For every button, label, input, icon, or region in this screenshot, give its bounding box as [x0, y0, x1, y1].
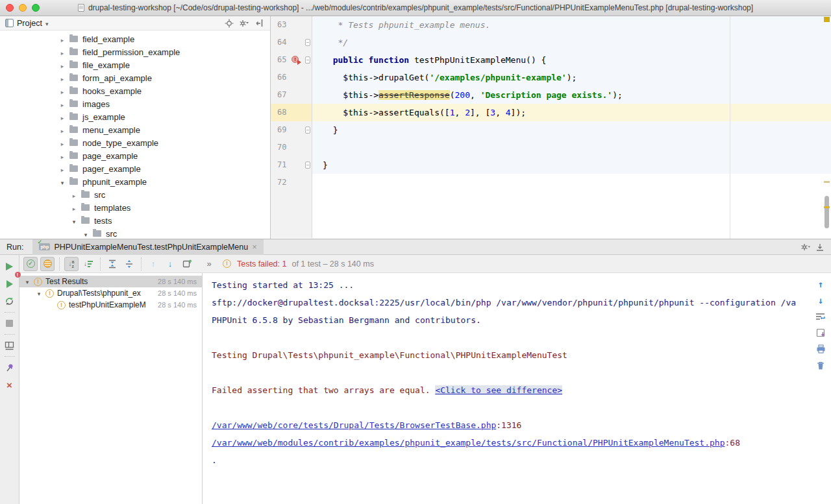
code-line-text[interactable]: */	[312, 34, 831, 51]
test-failed-gutter-icon[interactable]: !	[291, 56, 299, 64]
minimize-window-button[interactable]	[19, 4, 27, 12]
editor[interactable]: 63 * Tests phpunit_example menus.64 */65…	[271, 16, 831, 239]
editor-scrollbar-thumb[interactable]	[825, 196, 829, 228]
zoom-window-button[interactable]	[32, 4, 40, 12]
editor-gutter-cell[interactable]: 64	[271, 34, 312, 51]
run-tab[interactable]: php PHPUnitExampleMenuTest.testPhpUnitEx…	[32, 239, 263, 255]
code-line-text[interactable]: }	[312, 156, 831, 174]
editor-gutter-cell[interactable]: 72	[271, 174, 312, 191]
scroll-to-end-icon[interactable]	[814, 327, 827, 339]
code-line-text[interactable]: * Tests phpunit_example menus.	[312, 16, 831, 34]
chevron-right-icon[interactable]	[58, 73, 66, 83]
editor-line[interactable]: 66 $this->drupalGet('/examples/phpunit-e…	[271, 69, 831, 86]
settings-gear-icon[interactable]	[238, 18, 250, 29]
chevron-right-icon[interactable]	[70, 190, 78, 200]
chevron-right-icon[interactable]	[58, 112, 66, 122]
chevron-right-icon[interactable]	[70, 203, 78, 213]
project-tree-item[interactable]: field_example	[0, 32, 270, 45]
run-settings-gear-icon[interactable]	[799, 241, 813, 254]
code-line-text[interactable]: }	[312, 121, 831, 139]
sort-alphabetically-toggle[interactable]: az	[64, 257, 79, 271]
hide-panel-icon[interactable]	[253, 18, 265, 29]
hide-run-panel-icon[interactable]	[813, 241, 827, 254]
error-stripe-warning-mark[interactable]	[824, 206, 830, 208]
scroll-down-icon[interactable]	[814, 294, 827, 306]
test-tree-row[interactable]: !testPhpUnitExampleM28 s 140 ms	[19, 299, 202, 311]
close-tab-icon[interactable]	[252, 242, 257, 252]
editor-gutter-cell[interactable]: 69	[271, 121, 312, 139]
chevron-right-icon[interactable]	[58, 86, 66, 96]
show-ignored-toggle[interactable]	[40, 257, 55, 271]
project-tree-item[interactable]: tests	[0, 214, 270, 227]
chevron-right-icon[interactable]	[58, 34, 66, 44]
chevron-down-icon[interactable]	[58, 177, 66, 187]
clear-console-trash-icon[interactable]	[814, 359, 827, 371]
test-console[interactable]: Testing started at 13:25 ...sftp://docke…	[203, 273, 831, 504]
chevron-down-icon[interactable]	[82, 229, 90, 239]
project-tree-item[interactable]: field_permission_example	[0, 45, 270, 58]
rerun-failed-tests-button[interactable]: !	[1, 275, 18, 293]
error-stripe-warning-mark[interactable]	[824, 17, 830, 22]
editor-line[interactable]: 64 */	[271, 34, 831, 51]
fold-marker-icon[interactable]	[305, 126, 310, 134]
editor-gutter-cell[interactable]: 68	[271, 104, 312, 121]
code-line-text[interactable]: public function testPhpUnitExampleMenu()…	[312, 51, 831, 69]
editor-gutter-cell[interactable]: 70	[271, 139, 312, 156]
error-stripe-mark[interactable]	[824, 181, 830, 183]
fold-marker-icon[interactable]	[305, 39, 310, 46]
restore-layout-icon[interactable]	[1, 337, 18, 354]
code-line-text[interactable]: $this->drupalGet('/examples/phpunit-exam…	[312, 69, 831, 86]
console-link[interactable]: /var/www/web/core/tests/Drupal/Tests/Bro…	[212, 420, 496, 430]
chevron-down-icon[interactable]	[45, 19, 49, 28]
error-stripe[interactable]	[823, 16, 831, 239]
project-tree-item[interactable]: node_type_example	[0, 136, 270, 149]
editor-line[interactable]: 71}	[271, 156, 831, 174]
fold-marker-icon[interactable]	[305, 162, 310, 169]
project-panel-title[interactable]: Project	[17, 19, 42, 28]
sort-by-duration-toggle[interactable]	[81, 257, 95, 271]
chevron-right-icon[interactable]	[58, 47, 66, 57]
export-test-results-button[interactable]	[180, 257, 194, 271]
close-run-panel-icon[interactable]	[1, 376, 18, 394]
fold-marker-icon[interactable]	[305, 56, 310, 64]
console-link[interactable]: <Click to see difference>	[435, 385, 562, 395]
chevron-right-icon[interactable]	[58, 60, 66, 70]
editor-empty-area[interactable]	[271, 191, 831, 238]
show-passed-toggle[interactable]: ✓	[23, 257, 38, 271]
code-line-text[interactable]	[312, 174, 831, 191]
chevron-right-icon[interactable]	[58, 99, 66, 109]
test-tree-row[interactable]: !Test Results28 s 140 ms	[19, 276, 202, 287]
editor-gutter-cell[interactable]: 65!	[271, 51, 312, 69]
chevron-right-icon[interactable]	[58, 125, 66, 135]
project-tree-item[interactable]: pager_example	[0, 162, 270, 175]
code-line-text[interactable]: $this->assertResponse(200, 'Description …	[312, 86, 831, 104]
chevron-down-icon[interactable]	[23, 277, 31, 286]
next-failed-test-button[interactable]	[163, 257, 177, 271]
test-tree-row[interactable]: !Drupal\Tests\phpunit_ex28 s 140 ms	[19, 287, 202, 299]
project-tree-item[interactable]: src	[0, 188, 270, 201]
console-link[interactable]: /var/www/web/modules/contrib/examples/ph…	[212, 438, 725, 448]
project-tree-item[interactable]: hooks_example	[0, 84, 270, 97]
project-tree-item[interactable]: phpunit_example	[0, 175, 270, 188]
editor-line[interactable]: 67 $this->assertResponse(200, 'Descripti…	[271, 86, 831, 104]
editor-line[interactable]: 65! public function testPhpUnitExampleMe…	[271, 51, 831, 69]
previous-failed-test-button[interactable]	[146, 257, 160, 271]
editor-line[interactable]: 70	[271, 139, 831, 156]
chevron-down-icon[interactable]	[35, 289, 43, 298]
editor-gutter-cell[interactable]: 67	[271, 86, 312, 104]
chevron-right-icon[interactable]	[58, 164, 66, 174]
project-tree-item[interactable]: images	[0, 97, 270, 110]
chevron-right-icon[interactable]	[58, 138, 66, 148]
expand-all-button[interactable]	[105, 257, 119, 271]
toggle-auto-test-icon[interactable]	[1, 293, 18, 310]
scroll-up-icon[interactable]	[814, 278, 827, 290]
project-tree-item[interactable]: form_api_example	[0, 71, 270, 84]
editor-gutter-cell[interactable]: 66	[271, 69, 312, 86]
code-line-text[interactable]: $this->assertEquals([1, 2], [3, 4]);	[312, 104, 831, 121]
soft-wrap-icon[interactable]	[814, 311, 827, 322]
editor-line[interactable]: 72	[271, 174, 831, 191]
pin-tab-icon[interactable]	[1, 359, 18, 376]
editor-line[interactable]: 68 $this->assertEquals([1, 2], [3, 4]);	[271, 104, 831, 121]
project-tree-item[interactable]: file_example	[0, 58, 270, 71]
stop-button[interactable]	[1, 315, 18, 332]
